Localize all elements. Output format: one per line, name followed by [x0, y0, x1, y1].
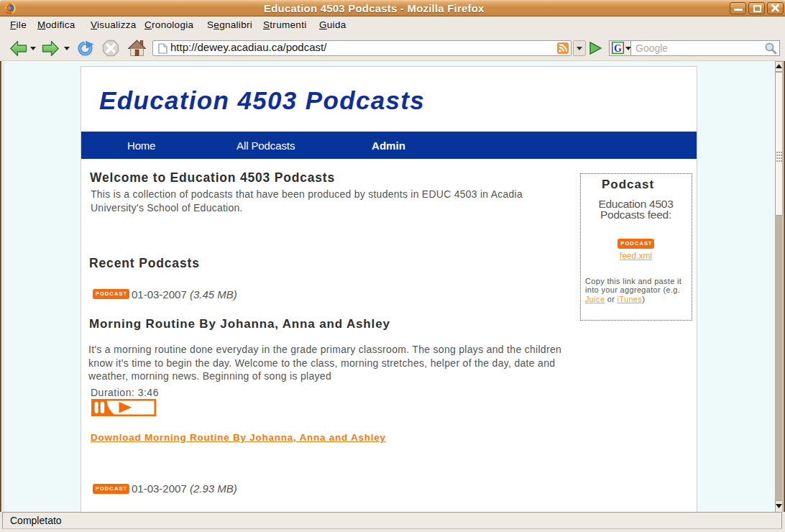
svg-text:G: G	[614, 43, 622, 54]
